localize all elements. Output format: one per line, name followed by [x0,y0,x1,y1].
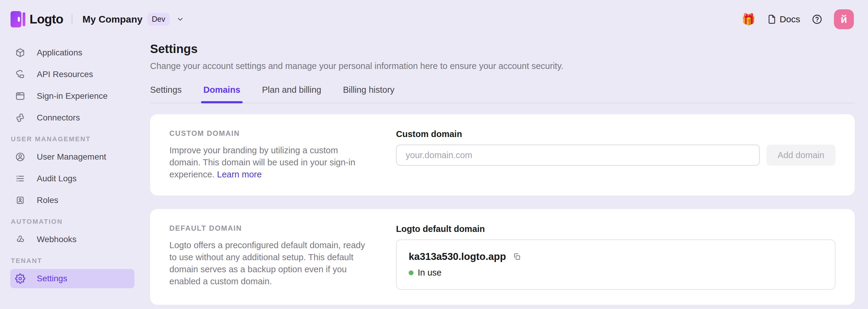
chevron-down-icon[interactable] [176,15,184,23]
sidebar-item-label: Audit Logs [37,174,76,183]
tab-domains[interactable]: Domains [204,85,240,103]
domain-status-label: In use [418,268,441,278]
sidebar-item-roles[interactable]: Roles [10,191,134,210]
default-domain-value: ka313a530.logto.app [409,251,506,262]
custom-domain-card: CUSTOM DOMAIN Improve your branding by u… [150,114,855,196]
default-domain-card-info: DEFAULT DOMAIN Logto offers a preconfigu… [169,224,368,287]
list-icon [15,173,25,184]
main-layout: Applications API Resources Sign-in Exper… [0,39,868,305]
user-avatar[interactable]: й [834,9,854,29]
default-domain-field-label: Logto default domain [396,224,835,234]
brand-name: Logto [30,12,63,27]
sidebar-item-applications[interactable]: Applications [10,43,134,62]
topbar: Logto My Company Dev 🎁 Docs й [0,0,868,39]
sidebar: Applications API Resources Sign-in Exper… [0,39,150,290]
sidebar-item-label: Roles [37,196,59,205]
tenant-env-badge: Dev [147,13,170,26]
sidebar-item-label: User Management [37,152,106,162]
custom-domain-field-row: Add domain [396,144,835,166]
brand-group: Logto My Company Dev [10,10,184,28]
user-circle-icon [15,152,25,162]
logo-handle-shape [18,17,20,22]
custom-domain-card-form: Custom domain Add domain [396,129,835,166]
sidebar-section-user-management: USER MANAGEMENT [11,135,150,143]
docs-label: Docs [780,14,800,24]
gift-icon[interactable]: 🎁 [741,14,755,25]
sidebar-item-user-management[interactable]: User Management [10,147,134,167]
sidebar-item-sign-in-experience[interactable]: Sign-in Experience [10,87,134,106]
page-title: Settings [150,41,855,56]
tab-bar: Settings Domains Plan and billing Billin… [150,85,855,103]
domain-status-row: In use [409,268,823,278]
sidebar-item-label: Connectors [37,113,80,123]
custom-domain-input[interactable] [396,144,760,166]
tab-settings[interactable]: Settings [150,85,182,103]
learn-more-link[interactable]: Learn more [217,170,261,179]
tab-billing-history[interactable]: Billing history [343,85,395,103]
logo-bar-shape [23,12,25,26]
connectors-icon [15,113,25,123]
tab-plan-and-billing[interactable]: Plan and billing [262,85,321,103]
default-domain-card: DEFAULT DOMAIN Logto offers a preconfigu… [150,209,855,305]
sidebar-item-label: Webhooks [37,235,76,244]
custom-domain-description-text: Improve your branding by utilizing a cus… [169,145,355,179]
sidebar-item-label: Settings [37,274,67,283]
main-content: Settings Change your account settings an… [150,39,855,305]
default-domain-box: ka313a530.logto.app In use [396,239,835,290]
cube-icon [15,47,25,58]
custom-domain-section-label: CUSTOM DOMAIN [169,129,368,138]
help-icon[interactable] [812,14,823,25]
document-icon [767,14,777,24]
sidebar-section-automation: AUTOMATION [11,218,150,226]
default-domain-description: Logto offers a preconfigured default dom… [169,239,368,287]
add-domain-button[interactable]: Add domain [767,144,835,166]
status-dot-icon [409,270,413,275]
sidebar-section-tenant: TENANT [11,257,150,265]
active-tab-underline [201,101,243,103]
custom-domain-card-info: CUSTOM DOMAIN Improve your branding by u… [169,129,368,180]
browser-window-icon [15,91,25,101]
topbar-divider [72,14,72,24]
sidebar-item-label: API Resources [37,70,93,79]
id-card-icon [15,195,25,205]
sidebar-item-audit-logs[interactable]: Audit Logs [10,169,134,188]
page-subtitle: Change your account settings and manage … [150,61,855,71]
logto-logo-icon[interactable] [10,10,25,28]
gear-icon [15,273,25,284]
custom-domain-description: Improve your branding by utilizing a cus… [169,144,368,180]
default-domain-card-body: Logto default domain ka313a530.logto.app… [396,224,835,290]
webhook-icon [15,234,25,245]
default-domain-section-label: DEFAULT DOMAIN [169,224,368,233]
sidebar-item-settings[interactable]: Settings [10,269,134,288]
sidebar-item-api-resources[interactable]: API Resources [10,65,134,84]
sidebar-item-webhooks[interactable]: Webhooks [10,230,134,249]
sidebar-item-label: Sign-in Experience [37,91,107,101]
custom-domain-field-label: Custom domain [396,129,835,139]
domain-row: ka313a530.logto.app [409,251,823,262]
sidebar-item-connectors[interactable]: Connectors [10,108,134,127]
sidebar-item-label: Applications [37,48,82,58]
copy-icon[interactable] [513,252,521,261]
tenant-name[interactable]: My Company [83,14,143,25]
tab-domains-label: Domains [204,85,240,95]
cloud-resource-icon [15,69,25,79]
docs-button[interactable]: Docs [767,14,800,24]
topbar-actions: 🎁 Docs й [741,9,854,29]
